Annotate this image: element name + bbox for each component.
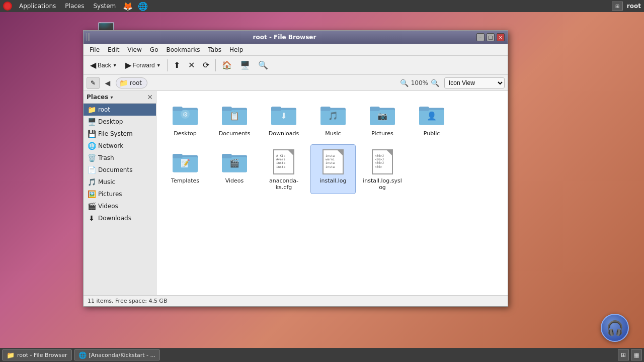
location-text: root [130,79,142,86]
file-item-desktop[interactable]: ⚙ Desktop [163,97,208,140]
window-grip [87,33,91,41]
folder-desktop-icon: ⚙ [171,101,199,129]
sidebar-item-downloads[interactable]: ⬇️ Downloads [84,212,156,224]
sidebar-item-root[interactable]: 📁 root [84,104,156,116]
file-item-public[interactable]: 👤 Public [409,97,454,140]
back-dropdown-icon: ▼ [113,63,117,68]
minimize-button[interactable]: – [476,33,485,41]
file-item-documents[interactable]: 📋 Documents [212,97,257,140]
svg-rect-23 [419,107,429,111]
file-content-area[interactable]: ⚙ Desktop 📋 Documents [156,91,508,295]
svg-rect-27 [173,154,183,158]
taskbar-bottom: 📁 root - File Browser 🌐 [Anaconda/Kickst… [0,348,644,362]
applications-menu[interactable]: Applications [17,2,58,11]
up-button[interactable]: ⬆ [170,58,184,73]
forward-dropdown-icon: ▼ [156,63,161,68]
firefox-icon[interactable]: 🦊 [123,2,133,11]
forward-icon: ▶ [125,60,131,70]
menu-tabs[interactable]: Tabs [204,45,226,54]
folder-public-icon: 👤 [418,101,446,129]
computer-button[interactable]: 🖥️ [236,58,254,73]
sidebar-root-label: root [98,106,110,113]
back-label: Back [98,62,111,69]
computer-toolbar-icon: 🖥️ [240,60,250,70]
search-button[interactable]: 🔍 [255,58,272,73]
menu-help[interactable]: Help [225,45,247,54]
taskbar-top: Applications Places System 🦊 🌐 ⊞ root [0,0,644,12]
view-mode-select[interactable]: Icon View List View Compact View [444,77,505,88]
windows-list-button[interactable]: ▦ [631,349,642,360]
menu-go[interactable]: Go [146,45,163,54]
svg-text:🎬: 🎬 [229,158,240,168]
menu-edit[interactable]: Edit [104,45,123,54]
toolbar-separator-2 [215,59,216,71]
main-area: Places ▾ ✕ 📁 root 🖥️ Desktop 💾 File Syst… [84,91,508,295]
zoom-level: 100% [411,79,428,86]
file-label-downloads: Downloads [269,130,299,137]
svg-rect-2 [173,107,183,111]
home-button[interactable]: 🏠 [218,58,235,73]
location-pill[interactable]: 📁 root [116,77,147,88]
places-menu[interactable]: Places [63,2,86,11]
location-back-button[interactable]: ◀ [102,77,114,89]
file-item-videos[interactable]: 🎬 Videos [212,144,257,194]
file-item-pictures[interactable]: 📷 Pictures [360,97,405,140]
forward-button[interactable]: ▶ Forward ▼ [122,58,165,73]
show-desktop-button[interactable]: ⊞ [618,349,629,360]
svg-text:⬇: ⬇ [280,111,287,121]
anaconda-taskbar-icon: 🌐 [78,351,87,359]
zoom-in-button[interactable]: 🔍 [430,78,440,88]
sidebar-close-button[interactable]: ✕ [147,93,153,101]
sidebar-item-network[interactable]: 🌐 Network [84,140,156,152]
file-item-installlog[interactable]: instawarniinstainsta install.log [310,144,356,194]
sidebar-item-music[interactable]: 🎵 Music [84,176,156,188]
menu-bookmarks[interactable]: Bookmarks [162,45,204,54]
locationbar: ✎ ◀ 📁 root 🔍 100% 🔍 Icon View List View … [84,75,508,91]
textfile-installlogsyslog-icon: <86>J<86>J<86>J<86> [368,148,396,176]
zoom-out-button[interactable]: 🔍 [399,78,410,88]
file-item-anaconda[interactable]: # Kic#versinstainsta anaconda-ks.cfg [261,144,306,194]
sidebar-trash-label: Trash [98,154,114,161]
sidebar-item-pictures[interactable]: 🖼️ Pictures [84,188,156,200]
taskbar-right: ⊞ root [612,2,641,11]
svg-rect-19 [370,107,380,111]
network-icon[interactable]: 🌐 [138,2,148,11]
file-label-anaconda: anaconda-ks.cfg [264,177,304,191]
file-item-installlogsyslog[interactable]: <86>J<86>J<86>J<86> install.log.syslog [360,144,405,194]
search-icon: 🔍 [258,60,268,70]
file-item-templates[interactable]: 📝 Templates [163,144,208,194]
system-menu[interactable]: System [91,2,118,11]
taskbar-anaconda-item[interactable]: 🌐 [Anaconda/Kickstart - ... [74,349,160,360]
stop-button[interactable]: ✕ [185,58,198,73]
sidebar-item-filesystem[interactable]: 💾 File System [84,128,156,140]
file-label-videos: Videos [225,177,244,184]
sidebar-item-trash[interactable]: 🗑️ Trash [84,152,156,164]
up-icon: ⬆ [174,60,180,70]
back-button[interactable]: ◀ Back ▼ [87,58,121,73]
sidebar-header[interactable]: Places ▾ ✕ [84,91,156,104]
svg-text:👤: 👤 [427,111,437,121]
filebrowser-taskbar-icon: 📁 [7,351,15,359]
location-toggle-button[interactable]: ✎ [87,77,100,89]
sidebar: Places ▾ ✕ 📁 root 🖥️ Desktop 💾 File Syst… [84,91,156,295]
sidebar-item-videos[interactable]: 🎬 Videos [84,200,156,212]
menu-view[interactable]: View [123,45,145,54]
reload-button[interactable]: ⟳ [199,58,213,73]
file-item-music[interactable]: 🎵 Music [310,97,356,140]
maximize-button[interactable]: □ [487,33,495,41]
svg-rect-31 [222,154,232,158]
file-browser-window: root - File Browser – □ × File Edit View… [83,30,508,307]
taskbar-filebrowser-item[interactable]: 📁 root - File Browser [2,349,72,360]
sidebar-filesystem-label: File System [98,130,133,137]
svg-rect-11 [271,107,281,111]
sidebar-network-icon: 🌐 [88,142,96,150]
sidebar-pictures-label: Pictures [98,191,122,198]
sidebar-downloads-label: Downloads [98,215,131,222]
sidebar-item-desktop[interactable]: 🖥️ Desktop [84,116,156,128]
stop-icon: ✕ [188,60,195,70]
menu-file[interactable]: File [86,45,104,54]
fedora-logo [3,2,12,11]
close-button[interactable]: × [497,33,505,41]
file-item-downloads[interactable]: ⬇ Downloads [261,97,306,140]
sidebar-item-documents[interactable]: 📄 Documents [84,164,156,176]
